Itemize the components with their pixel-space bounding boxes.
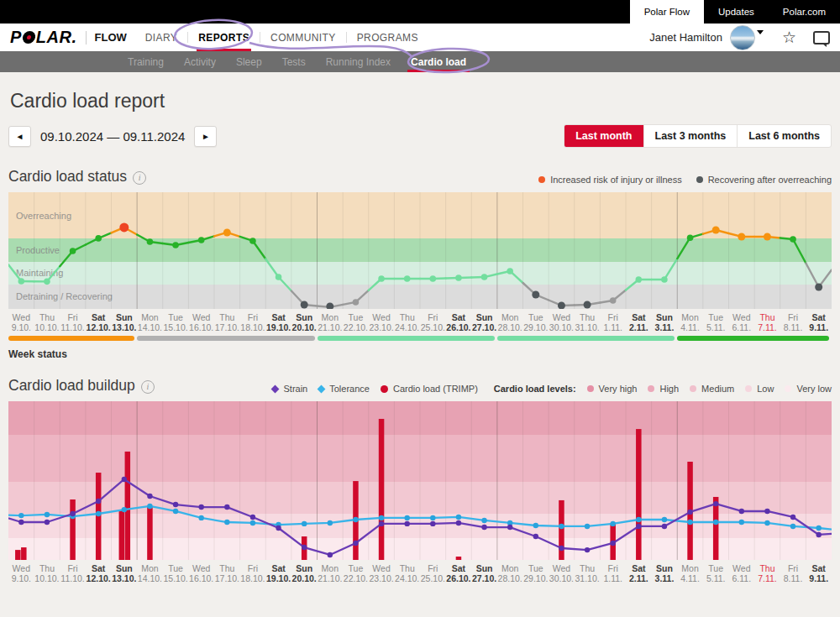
x-axis-label: Sat9.11. — [806, 564, 832, 583]
x-axis-label: Fri11.10. — [60, 564, 86, 583]
avatar[interactable] — [730, 25, 755, 50]
tolerance-point — [764, 520, 769, 525]
user-area: Janet Hamilton ☆ — [649, 24, 830, 51]
x-axis-label: Mon14.10. — [137, 313, 163, 332]
x-axis-label: Tue22.10. — [343, 564, 369, 583]
subnav-item-sleep[interactable]: Sleep — [226, 51, 272, 72]
trimp-bar — [70, 499, 76, 560]
x-axis-label: Fri18.10. — [240, 564, 266, 583]
feedback-bubble-icon[interactable] — [813, 31, 830, 44]
status-point — [636, 276, 643, 283]
strain-point — [430, 521, 435, 526]
cardio-load-buildup-chart — [8, 401, 832, 560]
x-axis-label: Sat26.10. — [446, 564, 472, 583]
x-axis-label: Sat2.11. — [626, 313, 652, 332]
menu-item-programs[interactable]: PROGRAMS — [347, 24, 428, 51]
tolerance-point — [353, 517, 358, 522]
x-axis-label: Wed30.10. — [549, 564, 575, 583]
x-axis-label: Thu24.10. — [394, 313, 420, 332]
chevron-down-icon[interactable] — [757, 30, 764, 34]
trimp-bar — [636, 429, 642, 560]
week-status-segment — [677, 336, 829, 341]
prev-period-button[interactable]: ◄ — [8, 126, 31, 147]
week-status-segment — [8, 336, 134, 341]
x-axis-label: Thu7.11. — [754, 564, 780, 583]
strain-point — [585, 547, 590, 552]
status-point — [481, 274, 488, 280]
status-point — [172, 242, 179, 248]
subnav-item-tests[interactable]: Tests — [272, 51, 316, 72]
tolerance-point — [585, 524, 590, 529]
x-axis-label: Wed9.10. — [8, 564, 34, 583]
recovering-dot-icon — [696, 176, 703, 183]
legend-item-very-low: Very low — [785, 384, 832, 394]
next-period-button[interactable]: ► — [194, 126, 217, 147]
tolerance-point — [122, 507, 127, 512]
trimp-bar — [125, 452, 131, 560]
x-axis-label: Wed9.10. — [8, 313, 34, 332]
high-dot-icon — [648, 385, 654, 392]
user-name[interactable]: Janet Hamilton — [649, 31, 722, 44]
status-point — [70, 248, 76, 254]
status-point — [276, 274, 282, 280]
x-axis-label: Wed6.11. — [729, 564, 755, 583]
x-axis-label: Thu31.10. — [575, 564, 601, 583]
strain-point — [481, 525, 486, 530]
x-axis-label: Fri1.11. — [600, 313, 626, 332]
flow-label: FLOW — [95, 31, 127, 44]
status-section-header: Cardio load status i Increased risk of i… — [8, 168, 832, 186]
x-axis-label: Thu17.10. — [214, 313, 240, 332]
x-axis-label: Sat12.10. — [86, 313, 112, 332]
x-axis-label: Mon21.10. — [318, 313, 344, 332]
status-point — [661, 276, 668, 283]
x-axis-label: Mon21.10. — [318, 564, 344, 583]
status-point — [430, 275, 437, 282]
range-button-last-6-months[interactable]: Last 6 months — [737, 125, 831, 147]
tolerance-marker-icon — [318, 384, 326, 393]
strain-point — [764, 509, 769, 514]
site-tab-updates[interactable]: Updates — [704, 0, 769, 24]
status-point — [584, 301, 591, 308]
trimp-bar — [119, 510, 125, 560]
range-button-last-month[interactable]: Last month — [564, 125, 643, 147]
main-navbar: PLAR. FLOW DIARY REPORTS COMMUNITY PROGR… — [0, 24, 840, 51]
info-icon[interactable]: i — [133, 171, 146, 185]
strain-point — [662, 524, 667, 529]
legend-item-trimp: Cardio load (TRIMP) — [381, 384, 478, 394]
buildup-chart-x-axis: Wed9.10.Thu10.10.Fri11.10.Sat12.10.Sun13… — [8, 564, 832, 583]
reports-subnav: Training Activity Sleep Tests Running In… — [0, 51, 840, 72]
menu-item-community[interactable]: COMMUNITY — [260, 24, 346, 51]
site-tab-polar-flow[interactable]: Polar Flow — [630, 0, 704, 24]
date-range-label: 09.10.2024 — 09.11.2024 — [40, 129, 185, 144]
favorites-star-icon[interactable]: ☆ — [782, 29, 796, 45]
x-axis-label: Sat19.10. — [265, 313, 291, 332]
x-axis-label: Mon28.10. — [497, 313, 523, 332]
date-navigation-row: ◄ 09.10.2024 — 09.11.2024 ► Last month L… — [8, 124, 832, 148]
x-axis-label: Fri18.10. — [240, 313, 266, 332]
menu-item-diary[interactable]: DIARY — [135, 24, 187, 51]
main-menu: DIARY REPORTS COMMUNITY PROGRAMS — [135, 24, 428, 51]
polar-logo-o-icon — [22, 31, 36, 44]
x-axis-label: Wed16.10. — [188, 313, 214, 332]
status-point — [532, 291, 539, 299]
subnav-item-training[interactable]: Training — [118, 51, 174, 72]
x-axis-label: Wed23.10. — [369, 564, 395, 583]
range-button-group: Last month Last 3 months Last 6 months — [564, 124, 832, 148]
info-icon[interactable]: i — [141, 380, 155, 394]
strain-point — [147, 494, 152, 499]
buildup-plot — [8, 401, 832, 560]
x-axis-label: Tue5.11. — [703, 313, 729, 332]
polar-logo[interactable]: PLAR. FLOW — [10, 24, 127, 51]
status-point — [95, 235, 102, 242]
menu-item-reports[interactable]: REPORTS — [188, 24, 260, 51]
site-tab-polar-com[interactable]: Polar.com — [769, 0, 840, 24]
subnav-item-cardio-load[interactable]: Cardio load — [401, 51, 476, 72]
tolerance-point — [302, 521, 307, 526]
range-button-last-3-months[interactable]: Last 3 months — [643, 125, 738, 147]
strain-point — [404, 521, 409, 526]
subnav-item-activity[interactable]: Activity — [174, 51, 226, 72]
subnav-item-running-index[interactable]: Running Index — [316, 51, 401, 72]
tolerance-point — [687, 520, 692, 525]
trimp-bar — [15, 550, 21, 560]
week-status-segment — [318, 336, 495, 341]
